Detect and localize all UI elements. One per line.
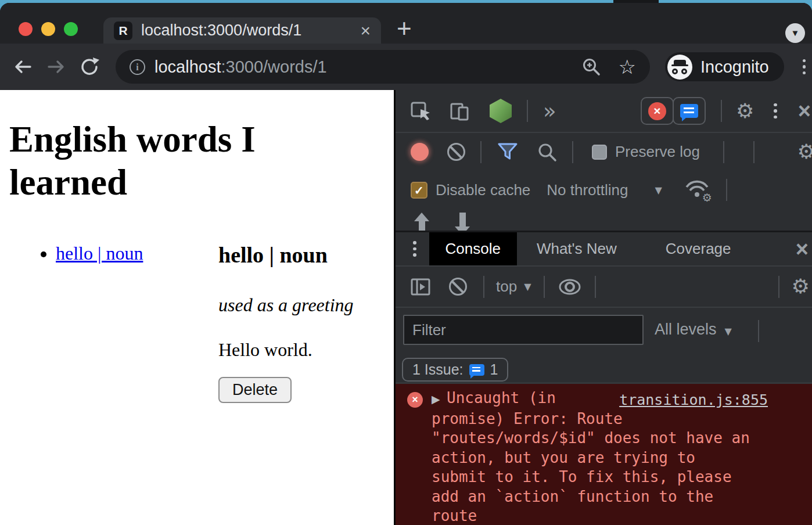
inspect-element-icon[interactable] (411, 100, 432, 121)
error-source-link[interactable]: transition.js:855 (619, 391, 768, 408)
tab-coverage[interactable]: Coverage (661, 232, 736, 265)
toolbar-separator (723, 141, 724, 163)
device-toolbar-icon[interactable] (450, 100, 471, 121)
search-icon[interactable] (537, 142, 557, 162)
import-har-icon[interactable] (414, 213, 429, 231)
toolbar-separator (753, 141, 754, 163)
console-sidebar-toggle-icon[interactable] (411, 278, 430, 296)
web-page: English words I learned hello | noun hel… (0, 90, 396, 525)
clear-network-log-icon[interactable] (447, 143, 465, 161)
toolbar-separator (527, 100, 528, 122)
issues-badge[interactable] (673, 97, 706, 125)
devtools-menu-button[interactable] (774, 103, 777, 119)
word-title: hello | noun (218, 242, 354, 268)
throttling-select[interactable]: No throttling (547, 181, 628, 199)
reload-button[interactable] (80, 56, 100, 77)
minimize-window-button[interactable] (41, 22, 55, 36)
console-context-select[interactable]: top (496, 278, 517, 296)
error-line: promise) Error: Route (432, 409, 812, 429)
browser-menu-button[interactable] (803, 59, 806, 75)
console-filter-input[interactable] (403, 315, 644, 345)
forward-button[interactable] (46, 56, 67, 77)
disable-cache-label[interactable]: Disable cache (436, 181, 530, 199)
zoom-level-icon[interactable] (581, 57, 601, 77)
context-caret-icon[interactable]: ▼ (524, 281, 531, 292)
word-list: hello | noun (9, 241, 218, 403)
tab-strip: R localhost:3000/words/1 × + ▼ (0, 3, 812, 44)
throttling-caret-icon[interactable]: ▼ (655, 185, 662, 196)
incognito-label: Incognito (700, 57, 769, 77)
error-line: action, but you are trying to (432, 448, 812, 468)
console-error-message[interactable]: × ▶Uncaught (in promise) Error: Route "r… (396, 382, 812, 525)
site-info-icon[interactable]: i (130, 59, 145, 75)
export-har-icon[interactable] (455, 213, 470, 231)
zoom-window-button[interactable] (64, 22, 78, 36)
devtools-panel: » × ⚙ × (396, 90, 812, 525)
error-count-badge[interactable]: × (641, 97, 674, 125)
toolbar-separator (544, 276, 545, 298)
error-line: Uncaught (in (447, 389, 556, 407)
toolbar-separator (595, 276, 596, 298)
conditions-gear-icon: ⚙ (702, 192, 712, 203)
console-settings-gear-icon[interactable]: ⚙ (792, 276, 810, 297)
toolbar-separator (572, 141, 573, 163)
clear-console-icon[interactable] (449, 278, 467, 296)
preserve-log-label[interactable]: Preserve log (615, 143, 700, 161)
address-bar[interactable]: i localhost:3000/words/1 ☆ (116, 50, 650, 84)
network-conditions-icon[interactable]: ⚙ (684, 179, 710, 201)
browser-window: R localhost:3000/words/1 × + ▼ i localho… (0, 3, 812, 525)
back-button[interactable] (12, 56, 33, 77)
page-layout: hello | noun hello | noun used as a gree… (9, 241, 385, 403)
close-window-button[interactable] (19, 22, 33, 36)
log-levels-select[interactable]: All levels▼ (655, 321, 732, 339)
drawer-menu-button[interactable] (413, 241, 416, 257)
issue-count: 1 (490, 361, 498, 378)
live-expression-eye-icon[interactable] (559, 279, 581, 295)
network-conditions-row: ✓ Disable cache No throttling ▼ ⚙ (396, 171, 812, 209)
levels-caret-icon: ▼ (725, 326, 732, 337)
close-drawer-icon[interactable]: × (796, 238, 809, 260)
disable-cache-checkbox[interactable]: ✓ (411, 182, 427, 199)
desktop-background: R localhost:3000/words/1 × + ▼ i localho… (0, 0, 812, 525)
har-arrows-row (396, 209, 812, 231)
close-devtools-icon[interactable]: × (798, 100, 811, 122)
word-link[interactable]: hello | noun (56, 243, 143, 264)
url-path: :3000/words/1 (221, 57, 326, 76)
new-tab-button[interactable]: + (397, 16, 412, 41)
log-levels-label: All levels (655, 321, 717, 338)
issue-row: 1 Issue: 1 (396, 354, 812, 382)
window-content: English words I learned hello | noun hel… (0, 90, 812, 525)
toolbar-separator (726, 179, 727, 201)
incognito-icon (667, 55, 692, 80)
network-toolbar: Preserve log ⚙ (396, 133, 812, 171)
error-line: submit to it. To fix this, please (432, 468, 812, 487)
preserve-log-checkbox[interactable] (592, 145, 607, 160)
incognito-badge: Incognito (665, 52, 784, 81)
tab-whats-new[interactable]: What's New (532, 232, 621, 265)
expand-triangle-icon[interactable]: ▶ (432, 390, 447, 409)
delete-button[interactable]: Delete (218, 377, 292, 403)
bookmark-star-icon[interactable]: ☆ (619, 57, 636, 77)
console-toolbar: top ▼ ⚙ (396, 267, 812, 308)
tab-close-icon[interactable]: × (359, 22, 372, 39)
drawer-tab-bar: Console What's New Coverage × (396, 231, 812, 267)
address-toolbar: i localhost:3000/words/1 ☆ Incognito (0, 44, 812, 90)
error-count-icon: × (648, 102, 666, 120)
word-example: Hello world. (218, 339, 354, 361)
tab-console[interactable]: Console (429, 232, 517, 265)
tab-search-button[interactable]: ▼ (785, 23, 805, 43)
settings-gear-icon[interactable]: ⚙ (736, 101, 754, 121)
network-settings-gear-icon[interactable]: ⚙ (797, 142, 812, 162)
error-level-icon: × (407, 392, 423, 408)
issues-button[interactable]: 1 Issue: 1 (402, 358, 508, 382)
page-title: English words I learned (9, 118, 317, 204)
remix-favicon-icon: R (114, 21, 132, 40)
error-line: route (432, 506, 812, 525)
toolbar-separator (778, 276, 779, 298)
browser-tab[interactable]: R localhost:3000/words/1 × (103, 17, 381, 44)
nodejs-icon[interactable] (490, 99, 512, 123)
error-line: add an `action` function to the (432, 487, 812, 507)
record-network-log-button[interactable] (411, 143, 429, 161)
filter-funnel-icon[interactable] (497, 142, 519, 163)
more-tabs-icon[interactable]: » (543, 100, 556, 122)
